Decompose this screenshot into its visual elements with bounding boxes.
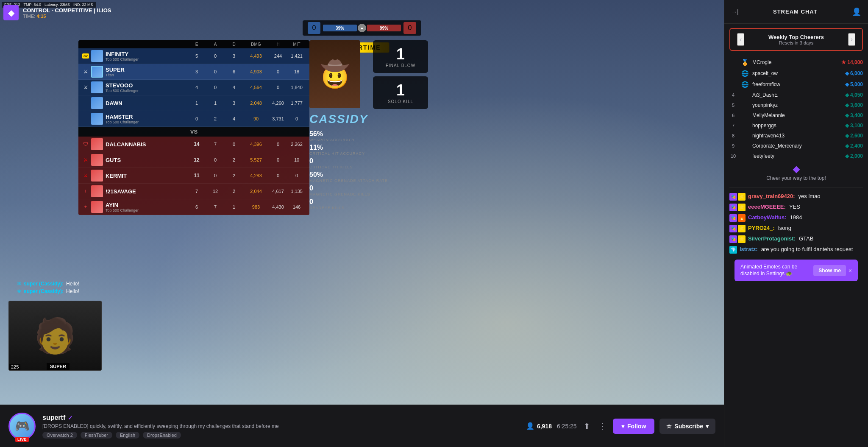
- game-logo: ◆: [3, 5, 19, 20]
- chat-settings-icon[interactable]: 👤: [852, 7, 861, 17]
- capture-point-icon: ●: [358, 24, 366, 32]
- game-chat: ❄ super (Cassidy): Hello! ❄ super (Cassi…: [17, 281, 79, 294]
- list-item: 🎭 ⭐ eeeeMGEEEE: YES: [729, 203, 863, 211]
- list-item: ❄ super (Cassidy): Hello!: [17, 288, 79, 294]
- chat-snowflake-icon: ❄: [17, 281, 21, 287]
- cheerers-content: Weekly Top Cheerers Resets in 3 days: [744, 34, 848, 45]
- chat-username: SilverProtagonist:: [748, 235, 796, 243]
- chat-username: lstratz:: [740, 246, 758, 253]
- streamer-cam: 🧑: [9, 301, 101, 370]
- list-item: 🌐 freeformflow ◆ 5,000: [729, 79, 863, 90]
- follow-button[interactable]: ♥ Follow: [613, 419, 655, 434]
- cassidy-stat: 56% WEAPON ACCURACY: [309, 130, 388, 142]
- table-row: ⚔ STEVOOO Top 500 Challenger 4 0 4 4,564…: [78, 80, 309, 95]
- tag-game[interactable]: Overwatch 2: [42, 432, 77, 439]
- cheer-badge-icon: ⭐: [738, 225, 746, 232]
- list-item: 🎭 ⭐ PYRO24_: lsong: [729, 224, 863, 232]
- team1-score: 0: [308, 22, 320, 34]
- subscribe-button[interactable]: ☆ Subscribe ▾: [659, 419, 715, 434]
- progress-bars: 39% ● 99%: [323, 24, 401, 32]
- cheer-badge-icon: ⭐: [738, 193, 746, 201]
- close-banner-button[interactable]: ×: [849, 267, 852, 274]
- team-blue: 32 INFINITY Top 500 Challenger 5 0 3 4,4…: [78, 48, 309, 127]
- team1-progress: 39%: [323, 25, 357, 31]
- streamer-info: supertf ✓ [DROPS ENABLED] quickly, swift…: [42, 414, 519, 439]
- stream-tags: Overwatch 2 FleshTuber English DropsEnab…: [42, 432, 519, 439]
- cassidy-stat: 0 CRITICAL HIT KILLS: [309, 157, 388, 169]
- viewer-count: 👤 6,918: [526, 422, 552, 430]
- chat-username: eeeeMGEEEE:: [748, 203, 786, 211]
- avatar: [91, 185, 103, 197]
- avatar: [91, 81, 103, 93]
- vs-separator: VS: [78, 127, 309, 137]
- chat-username: CatboyWaifus:: [748, 214, 787, 221]
- list-item: 6 MellyMelannie ◆ 3,400: [729, 110, 863, 120]
- chat-message-text: GTAB: [799, 235, 813, 243]
- sidebar-toggle-icon[interactable]: →|: [731, 8, 739, 15]
- list-item: 🎭 ⭐ gravy_train69420: yes lmao: [729, 193, 863, 201]
- fire-badge-icon: 🔥: [738, 214, 746, 222]
- left-panel: FPS: 212 TMP: 64.0 Latency: 23MS IND: 22…: [0, 0, 724, 447]
- chat-message-text: YES: [789, 203, 800, 211]
- team2-score: 0: [403, 22, 416, 34]
- table-row: + !21SAVAGE 7 12 2 2,044 4,617 1,135: [78, 184, 309, 199]
- list-item: ❄ super (Cassidy): Hello!: [17, 281, 79, 287]
- bottom-bar: 🎮 LIVE supertf ✓ [DROPS ENABLED] quickly…: [0, 405, 724, 447]
- list-item: 🏅 MCrogle ★ 14,000: [729, 57, 863, 68]
- cassidy-stat: 11% CRITICAL HIT ACCURACY: [309, 144, 388, 156]
- solo-kill-card: 1 SOLO KILL: [373, 76, 428, 109]
- main-layout: FPS: 212 TMP: 64.0 Latency: 23MS IND: 22…: [0, 0, 868, 447]
- leaderboard: 🏅 MCrogle ★ 14,000 🌐 spaceit_ow ◆ 6,000 …: [724, 55, 868, 163]
- share-button[interactable]: ⬆: [582, 420, 592, 433]
- table-row: HAMSTER Top 500 Challenger 0 2 4 90 3,73…: [78, 111, 309, 127]
- list-item: 7 hopperggs ◆ 3,100: [729, 120, 863, 131]
- diamond-icon: [793, 166, 800, 173]
- avatar: [91, 201, 103, 213]
- list-item: 🎭 🔥 CatboyWaifus: 1984: [729, 214, 863, 222]
- kill-cards: 1 FINAL BLOW 1 SOLO KILL: [373, 40, 428, 109]
- list-item: 💎 lstratz: are you going to fulfil dante…: [729, 246, 863, 254]
- tag-flesh-tuber[interactable]: FleshTuber: [81, 432, 112, 439]
- heart-icon: ♥: [621, 423, 625, 430]
- chat-divider: [729, 187, 863, 187]
- live-badge: LIVE: [15, 437, 29, 442]
- chat-snowflake-icon: ❄: [17, 288, 21, 294]
- more-options-button[interactable]: ⋮: [597, 420, 608, 433]
- table-row: ⚔ GUTS 12 0 2 5,527 0 10: [78, 152, 309, 168]
- cheerers-title: Weekly Top Cheerers: [744, 34, 848, 40]
- table-row: ⚔ SUPER Titan 3 0 6 4,903 0 18: [78, 64, 309, 80]
- final-blow-card: 1 FINAL BLOW: [373, 40, 428, 73]
- tag-english[interactable]: English: [116, 432, 139, 439]
- chat-username: gravy_train69420:: [748, 193, 795, 200]
- cam-player-label: SUPER: [47, 363, 70, 370]
- viewer-icon: 👤: [526, 422, 534, 430]
- bits-badge-icon: 💎: [729, 246, 737, 254]
- chat-username: PYRO24_:: [748, 224, 775, 232]
- cassidy-portrait: 🤠: [309, 40, 360, 108]
- tag-drops[interactable]: DropsEnabled: [143, 432, 181, 439]
- avatar: [91, 138, 103, 150]
- list-item: 4 Ai3_DashE ◆ 4,050: [729, 90, 863, 100]
- cheerers-prev-button[interactable]: ‹: [737, 33, 744, 46]
- cheer-badge-icon: ⭐: [738, 204, 746, 211]
- stats-grid: 56% WEAPON ACCURACY 11% CRITICAL HIT ACC…: [309, 130, 388, 210]
- sub-badge-icon: 🎭: [729, 193, 737, 201]
- cassidy-stats: CASSIDY 56% WEAPON ACCURACY 11% CRITICAL…: [309, 112, 388, 210]
- camera-view: 🧑: [8, 301, 102, 371]
- sub-badge-icon: 🎭: [729, 204, 737, 211]
- cassidy-stat: 50% MAGNETIC GRENADE ATTACH RATE: [309, 171, 388, 183]
- list-item: 10 feetyfeety ◆ 2,000: [729, 151, 863, 161]
- overtime-area: OVERTIME 0 39% ● 99% 0: [303, 20, 421, 36]
- stream-title: [DROPS ENABLED] quickly, swiftly, and ef…: [42, 423, 381, 429]
- stream-time: 6:25:25: [557, 423, 577, 430]
- table-row: 32 INFINITY Top 500 Challenger 5 0 3 4,4…: [78, 48, 309, 64]
- cassidy-name: CASSIDY: [309, 112, 388, 126]
- cam-stat: 225: [9, 364, 20, 370]
- cheerers-next-button[interactable]: ›: [848, 33, 855, 46]
- cheer-prompt: Cheer your way to the top!: [724, 163, 868, 185]
- show-me-button[interactable]: Show me: [813, 265, 846, 276]
- chat-sidebar: →| STREAM CHAT 👤 ‹ Weekly Top Cheerers R…: [724, 0, 868, 447]
- chat-messages: 🎭 ⭐ gravy_train69420: yes lmao 🎭 ⭐ eeeeM…: [724, 189, 868, 447]
- chevron-down-icon: ▾: [706, 423, 709, 430]
- cheer-badge-icon: ⭐: [738, 235, 746, 243]
